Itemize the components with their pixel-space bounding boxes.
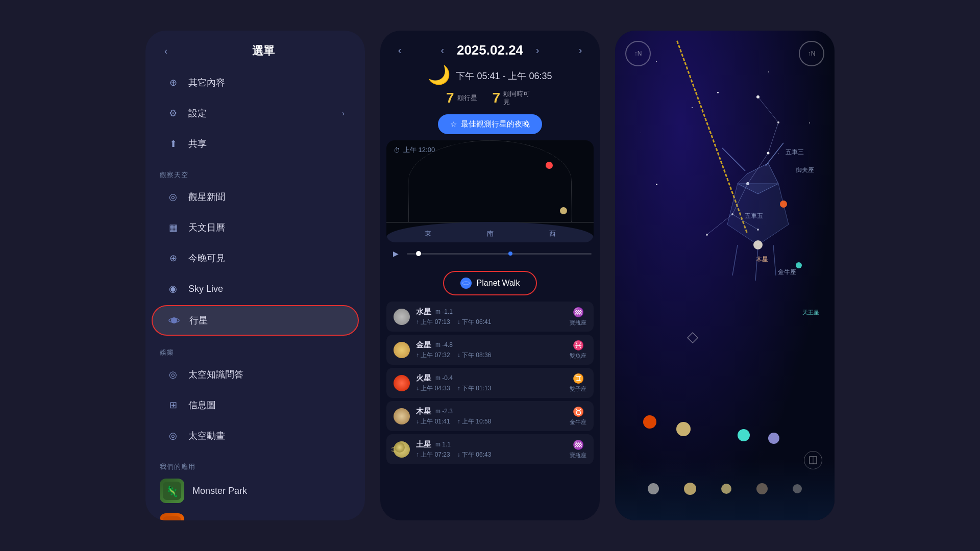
label-wuche5: 五車五 bbox=[745, 212, 763, 220]
mars-icon bbox=[394, 375, 410, 391]
time-label: ⏱ 上午 12:00 bbox=[394, 145, 435, 155]
locate-icon[interactable] bbox=[687, 332, 699, 346]
compass-top-left[interactable]: ↑N bbox=[625, 41, 651, 66]
svg-line-31 bbox=[732, 245, 738, 276]
circle-icon: ◉ bbox=[166, 282, 180, 296]
direction-south: 南 bbox=[487, 229, 494, 238]
play-button[interactable]: ▶ bbox=[388, 246, 403, 261]
svg-point-21 bbox=[777, 121, 779, 123]
next-date-button[interactable]: › bbox=[528, 41, 547, 59]
neptune-scene-dot bbox=[768, 433, 779, 444]
easy-sculpt-icon bbox=[160, 513, 184, 520]
timeline-thumb bbox=[416, 251, 421, 256]
app-item-monster-park[interactable]: 🦎 Monster Park bbox=[145, 473, 365, 508]
svg-line-30 bbox=[766, 143, 783, 166]
planet-dot-mars bbox=[546, 162, 553, 169]
sidebar-item-quiz[interactable]: ◎ 太空知識問答 bbox=[152, 360, 359, 389]
svg-line-15 bbox=[768, 122, 778, 153]
label-jinnizuo: 金牛座 bbox=[778, 268, 796, 277]
planet-row-saturn[interactable]: 土星 m 1.1 ↑ 上午 07:23 ↓ 下午 06:43 ♒ 寶瓶座 bbox=[386, 434, 594, 464]
back-button[interactable]: ‹ bbox=[158, 43, 174, 59]
section-apps-label: 我們的應用 bbox=[145, 457, 365, 473]
label-yufuzuo: 御夫座 bbox=[796, 166, 814, 174]
venus-icon bbox=[394, 342, 410, 358]
target-icon: ⊕ bbox=[166, 251, 180, 265]
saturn-constellation: ♒ 寶瓶座 bbox=[570, 439, 586, 459]
prev-date-button-2[interactable]: ‹ bbox=[433, 41, 452, 59]
planet-row-venus[interactable]: 金星 m -4.8 ↑ 上午 07:32 ↓ 下午 08:36 ♓ 雙魚座 bbox=[386, 335, 594, 365]
mars-info: 火星 m -0.4 ↓ 上午 04:33 ↑ 下午 01:13 bbox=[416, 373, 564, 393]
app-item-easy-sculpt[interactable]: Easy Sculpt bbox=[145, 508, 365, 520]
prev-date-button[interactable]: ‹ bbox=[390, 41, 409, 59]
planet-count-number: 7 bbox=[446, 90, 454, 106]
planet-row-jupiter[interactable]: 木星 m -2.3 ↓ 上午 01:41 ↑ 上午 10:58 ♉ 金牛座 bbox=[386, 401, 594, 431]
forward-button[interactable]: › bbox=[571, 41, 590, 59]
mercury-icon bbox=[394, 309, 410, 325]
best-night-button[interactable]: ☆ 最佳觀測行星的夜晚 bbox=[438, 114, 542, 134]
compass-top-right[interactable]: ↑N bbox=[799, 41, 824, 66]
menu-header: ‹ 選單 bbox=[145, 31, 365, 67]
svg-point-35 bbox=[753, 240, 763, 249]
observation-time-range: 下午 05:41 - 上午 06:35 bbox=[456, 67, 552, 83]
mars-scene-dot bbox=[643, 415, 656, 429]
planet-row-mars[interactable]: 火星 m -0.4 ↓ 上午 04:33 ↑ 下午 01:13 ♊ 雙子座 bbox=[386, 368, 594, 398]
current-date: 2025.02.24 bbox=[457, 42, 523, 58]
svg-line-32 bbox=[755, 247, 758, 281]
timeline-mark bbox=[508, 252, 512, 256]
sidebar-item-share[interactable]: ⬆ 共享 bbox=[152, 130, 359, 158]
planet-walk-icon bbox=[460, 278, 472, 289]
planet-list: 水星 m -1.1 ↑ 上午 07:13 ↓ 下午 06:41 ♒ 寶瓶座 金星… bbox=[380, 302, 600, 520]
planet-icon bbox=[167, 313, 181, 328]
venus-info: 金星 m -4.8 ↑ 上午 07:32 ↓ 下午 08:36 bbox=[416, 340, 564, 360]
label-mujing: 木星 bbox=[756, 255, 768, 264]
planet-count-item: 7 顆行星 bbox=[446, 90, 477, 106]
mercury-constellation: ♒ 寶瓶座 bbox=[570, 307, 586, 327]
sidebar-item-tonight[interactable]: ⊕ 今晚可見 bbox=[152, 244, 359, 272]
sidebar-item-skylive[interactable]: ◉ Sky Live bbox=[152, 274, 359, 303]
sidebar-item-infographic[interactable]: ⊞ 信息圖 bbox=[152, 391, 359, 419]
taurus-constellation bbox=[656, 71, 819, 337]
star-1 bbox=[656, 61, 657, 62]
simultaneous-count-number: 7 bbox=[493, 90, 501, 106]
svg-rect-4 bbox=[163, 516, 181, 520]
simultaneous-count-label: 顆同時可見 bbox=[503, 90, 534, 106]
venus-scene-dot bbox=[676, 422, 691, 436]
label-wuche3: 五車三 bbox=[786, 148, 804, 157]
gear-icon: ⚙ bbox=[166, 106, 180, 120]
planet-row-mercury[interactable]: 水星 m -1.1 ↑ 上午 07:13 ↓ 下午 06:41 ♒ 寶瓶座 bbox=[386, 302, 594, 332]
monster-park-icon: 🦎 bbox=[160, 479, 184, 503]
svg-point-22 bbox=[767, 152, 770, 155]
bottom-venus bbox=[684, 483, 696, 495]
svg-point-13 bbox=[395, 442, 405, 453]
sidebar-item-animation[interactable]: ◎ 太空動畫 bbox=[152, 421, 359, 450]
sidebar-item-settings[interactable]: ⚙ 設定 › bbox=[152, 99, 359, 128]
sidebar-item-news[interactable]: ◎ 觀星新聞 bbox=[152, 183, 359, 211]
svg-point-34 bbox=[780, 201, 787, 208]
sky-arc bbox=[408, 140, 572, 222]
timeline-track[interactable] bbox=[407, 253, 592, 255]
svg-point-25 bbox=[706, 234, 708, 236]
svg-line-33 bbox=[773, 245, 776, 276]
right-panel: ↑N ↑N bbox=[615, 31, 835, 520]
sidebar-item-planets[interactable]: 行星 bbox=[152, 305, 359, 336]
star-4 bbox=[641, 133, 641, 133]
middle-panel: ‹ ‹ 2025.02.24 › › 🌙 下午 05:41 - 上午 06:35… bbox=[380, 31, 600, 520]
direction-labels: 東 南 西 bbox=[386, 229, 594, 238]
planet-walk-button[interactable]: Planet Walk bbox=[443, 271, 537, 295]
jupiter-info: 木星 m -2.3 ↓ 上午 01:41 ↑ 上午 10:58 bbox=[416, 407, 564, 426]
sidebar-item-other-content[interactable]: ⊕ 其它內容 bbox=[152, 68, 359, 97]
direction-east: 東 bbox=[425, 229, 431, 238]
timeline-bar: ▶ bbox=[380, 242, 600, 265]
bottom-planet-row bbox=[615, 483, 835, 495]
section-sky-label: 觀察天空 bbox=[145, 165, 365, 182]
label-tianwangxing: 天王星 bbox=[802, 309, 819, 316]
plus-circle-icon: ⊕ bbox=[166, 76, 180, 90]
svg-point-36 bbox=[796, 262, 802, 268]
share-icon: ⬆ bbox=[166, 137, 180, 151]
svg-line-29 bbox=[722, 148, 745, 171]
jupiter-icon bbox=[394, 408, 410, 424]
section-ent-label: 娛樂 bbox=[145, 343, 365, 359]
uranus-scene-dot bbox=[738, 429, 750, 441]
sidebar-item-calendar[interactable]: ▦ 天文日曆 bbox=[152, 213, 359, 242]
sky-chart: ⏱ 上午 12:00 東 南 西 bbox=[386, 140, 594, 242]
